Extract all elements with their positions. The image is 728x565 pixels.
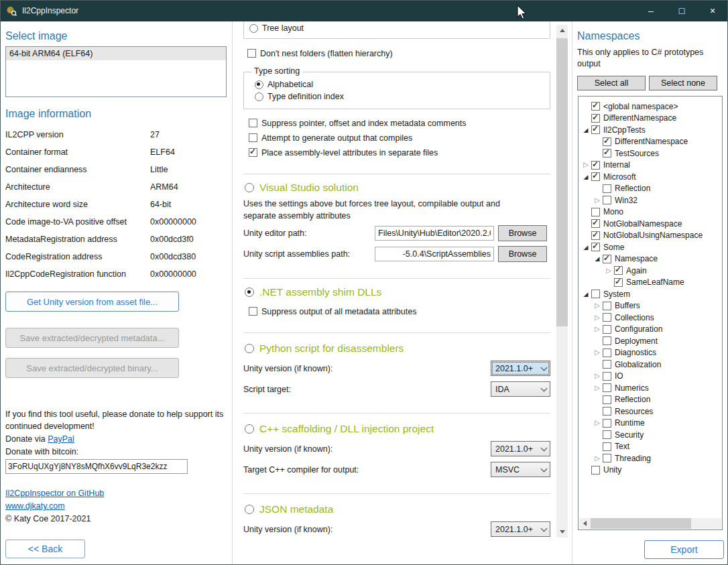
- browse-assemblies-path-button[interactable]: Browse: [498, 246, 547, 262]
- radio-icon[interactable]: [249, 24, 258, 33]
- get-unity-version-button[interactable]: Get Unity version from asset file...: [5, 292, 179, 312]
- tree-checkbox[interactable]: [591, 161, 600, 170]
- bitcoin-address-input[interactable]: [5, 459, 188, 474]
- tree-checkbox[interactable]: [614, 266, 623, 275]
- tree-item[interactable]: Text: [579, 441, 721, 453]
- tree-checkbox[interactable]: [591, 102, 600, 111]
- dropdown-arrow-icon[interactable]: [538, 448, 550, 450]
- radio-icon[interactable]: [255, 92, 263, 101]
- tree-item[interactable]: Security: [579, 429, 721, 441]
- json-unity-version-combo[interactable]: 2021.1.0+: [491, 521, 550, 537]
- tree-checkbox[interactable]: [591, 219, 600, 228]
- dropdown-arrow-icon[interactable]: [538, 388, 550, 391]
- expand-icon[interactable]: ▷: [592, 455, 603, 462]
- radio-icon[interactable]: [245, 344, 254, 353]
- website-link[interactable]: www.djkaty.com: [5, 501, 65, 511]
- tree-item[interactable]: TestSources: [579, 147, 721, 160]
- json-metadata-radio[interactable]: JSON metadata: [243, 503, 550, 516]
- tree-item[interactable]: Globalization: [579, 359, 721, 371]
- maximize-button[interactable]: □: [666, 0, 697, 21]
- tree-checkbox[interactable]: [591, 243, 600, 251]
- github-link[interactable]: Il2CppInspector on GitHub: [5, 489, 104, 498]
- tree-item[interactable]: Reflection: [579, 394, 721, 406]
- unity-editor-path-input[interactable]: [375, 226, 494, 241]
- expand-icon[interactable]: ▷: [592, 302, 603, 309]
- select-all-button[interactable]: Select all: [577, 76, 646, 90]
- tree-item[interactable]: ▷Internal: [579, 160, 721, 172]
- tree-item[interactable]: ◢Namespace: [579, 253, 721, 265]
- radio-icon[interactable]: [255, 80, 263, 89]
- tree-checkbox[interactable]: [603, 442, 611, 451]
- scroll-left-button[interactable]: [579, 518, 590, 529]
- tree-item[interactable]: ▷Again: [579, 265, 721, 277]
- tree-checkbox[interactable]: [603, 372, 611, 381]
- tree-item[interactable]: Reflection: [579, 183, 721, 195]
- tree-item[interactable]: Deployment: [579, 335, 721, 347]
- tree-item[interactable]: ▷Runtime: [579, 418, 721, 430]
- tree-item[interactable]: ▷Configuration: [579, 324, 721, 336]
- checkbox-icon[interactable]: [249, 307, 257, 316]
- visual-studio-solution-radio[interactable]: Visual Studio solution: [243, 181, 550, 194]
- tree-item[interactable]: <global namespace>: [579, 101, 721, 113]
- expand-icon[interactable]: ▷: [592, 197, 603, 204]
- minimize-button[interactable]: –: [635, 0, 666, 21]
- tree-checkbox[interactable]: [591, 231, 600, 240]
- tree-checkbox[interactable]: [591, 114, 600, 123]
- tree-layout-radio[interactable]: Tree layout: [249, 23, 550, 33]
- tree-checkbox[interactable]: [591, 208, 600, 216]
- radio-icon[interactable]: [245, 505, 254, 514]
- tree-checkbox[interactable]: [591, 466, 600, 475]
- tree-checkbox[interactable]: [603, 313, 611, 322]
- tree-item[interactable]: ◢Il2CppTests: [579, 124, 721, 136]
- tree-checkbox[interactable]: [603, 407, 611, 416]
- image-listbox[interactable]: 64-bit ARM64 (ELF64): [5, 46, 227, 97]
- tree-item[interactable]: ▷Diagnostics: [579, 347, 721, 359]
- radio-icon[interactable]: [245, 183, 254, 192]
- tree-item[interactable]: ▷Threading: [579, 452, 721, 464]
- tree-horizontal-scrollbar[interactable]: [579, 518, 721, 529]
- tree-item[interactable]: DifferentNamespace: [579, 113, 721, 125]
- tree-checkbox[interactable]: [603, 325, 611, 334]
- tree-checkbox[interactable]: [603, 336, 611, 345]
- collapse-icon[interactable]: ◢: [581, 127, 591, 133]
- tree-item[interactable]: ◢Microsoft: [579, 171, 721, 183]
- tree-checkbox[interactable]: [603, 395, 611, 404]
- dotnet-shim-dlls-radio[interactable]: .NET assembly shim DLLs: [243, 286, 550, 299]
- collapse-icon[interactable]: ◢: [581, 174, 591, 180]
- select-none-button[interactable]: Select none: [649, 76, 717, 90]
- collapse-icon[interactable]: ◢: [581, 291, 591, 298]
- tree-checkbox[interactable]: [603, 383, 611, 392]
- tree-item[interactable]: NotGlobalUsingNamespace: [579, 230, 721, 242]
- tree-item[interactable]: ▷Collections: [579, 312, 721, 324]
- scroll-down-button[interactable]: [556, 526, 568, 538]
- expand-icon[interactable]: ▷: [603, 267, 614, 274]
- tree-checkbox[interactable]: [603, 255, 611, 263]
- tree-checkbox[interactable]: [603, 184, 611, 193]
- flatten-checkbox[interactable]: Don't nest folders (flatten hierarchy): [243, 48, 550, 58]
- tree-item[interactable]: DifferentNamespace: [579, 136, 721, 148]
- tree-checkbox[interactable]: [591, 125, 600, 134]
- type-definition-index-radio[interactable]: Type definition index: [255, 92, 550, 101]
- paypal-link[interactable]: PayPal: [48, 434, 74, 444]
- checkbox-icon[interactable]: [249, 119, 257, 127]
- tree-item[interactable]: ▷Numerics: [579, 382, 721, 394]
- collapse-icon[interactable]: ◢: [592, 255, 603, 262]
- tree-checkbox[interactable]: [603, 196, 611, 204]
- python-unity-version-combo[interactable]: 2021.1.0+: [491, 361, 550, 376]
- tree-checkbox[interactable]: [603, 360, 611, 369]
- dropdown-arrow-icon[interactable]: [538, 468, 550, 471]
- suppress-metadata-attributes-checkbox[interactable]: Suppress output of all metadata attribut…: [243, 306, 550, 316]
- tree-checkbox[interactable]: [603, 149, 611, 158]
- expand-icon[interactable]: ▷: [581, 162, 591, 168]
- expand-icon[interactable]: ▷: [592, 349, 603, 356]
- expand-icon[interactable]: ▷: [592, 420, 603, 426]
- expand-icon[interactable]: ▷: [592, 314, 603, 321]
- separate-attribute-files-checkbox[interactable]: Place assembly-level attributes in separ…: [243, 147, 550, 158]
- compilable-output-checkbox[interactable]: Attempt to generate output that compiles: [243, 133, 550, 143]
- tree-item[interactable]: ▷Win32: [579, 194, 721, 206]
- tree-item[interactable]: Mono: [579, 206, 721, 218]
- browse-editor-path-button[interactable]: Browse: [498, 225, 547, 241]
- tree-item[interactable]: ▷IO: [579, 371, 721, 383]
- scrollbar-thumb[interactable]: [556, 38, 568, 326]
- tree-checkbox[interactable]: [591, 172, 600, 181]
